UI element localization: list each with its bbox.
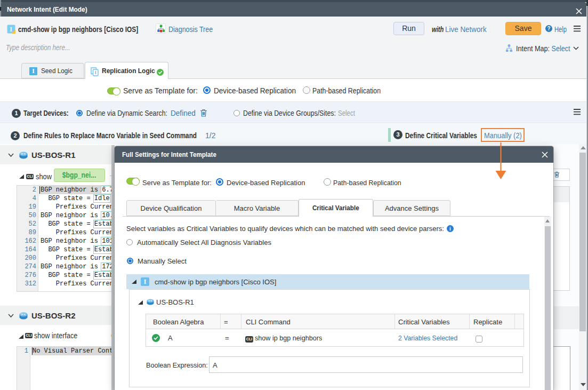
svg-text:I: I	[95, 70, 96, 75]
svg-text:I: I	[10, 26, 12, 33]
